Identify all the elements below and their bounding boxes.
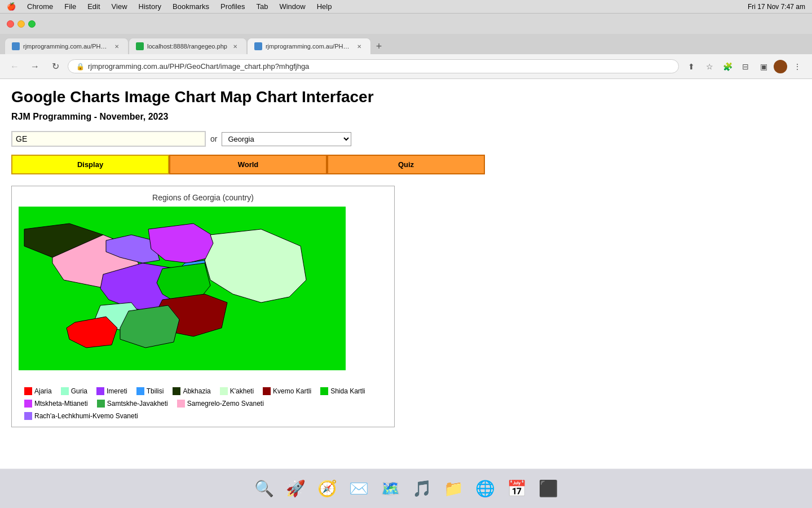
legend-color-guria <box>61 387 69 395</box>
extensions-icon[interactable]: 🧩 <box>720 59 735 75</box>
legend-kakheti: K'akheti <box>220 387 254 395</box>
map-legend: Ajaria Guria Imereti Tbilisi Abkhazia <box>19 387 387 420</box>
split-icon[interactable]: ▣ <box>756 59 771 75</box>
traffic-lights <box>7 20 36 28</box>
page-subtitle: RJM Programming - November, 2023 <box>11 112 801 122</box>
legend-label-kvemo-kartli: Kvemo Kartli <box>273 387 311 395</box>
tab-favicon-2 <box>136 42 144 50</box>
country-code-input[interactable] <box>11 131 206 147</box>
legend-label-mtskheta: Mtskheta-Mtianeti <box>34 400 88 408</box>
forward-button[interactable]: → <box>27 59 43 75</box>
tab-3[interactable]: rjmprogramming.com.au/PHP/... ✕ <box>247 38 371 54</box>
lock-icon: 🔒 <box>76 63 85 71</box>
sidebar-icon[interactable]: ⊟ <box>738 59 753 75</box>
legend-racha: Rach'a-Lechkhumi-Kvemo Svaneti <box>24 412 138 420</box>
dock-maps[interactable]: 🗺️ <box>376 475 404 503</box>
dock-mail[interactable]: ✉️ <box>345 475 373 503</box>
page-title: Google Charts Image Chart Map Chart Inte… <box>11 88 801 106</box>
profile-avatar[interactable] <box>774 60 787 73</box>
menu-chrome[interactable]: Chrome <box>27 2 53 11</box>
legend-label-imereti: Imereti <box>107 387 127 395</box>
button-row: Display World Quiz <box>11 155 801 174</box>
tab-favicon-1 <box>12 42 20 50</box>
reload-button[interactable]: ↻ <box>47 59 63 75</box>
legend-label-kakheti: K'akheti <box>230 387 254 395</box>
menu-edit[interactable]: Edit <box>87 2 100 11</box>
svg-marker-11 <box>120 305 179 348</box>
legend-kvemo-kartli: Kvemo Kartli <box>263 387 311 395</box>
menu-profiles[interactable]: Profiles <box>220 2 245 11</box>
menu-tab[interactable]: Tab <box>256 2 268 11</box>
dock-safari[interactable]: 🧭 <box>313 475 341 503</box>
input-row: or Georgia <box>11 131 801 147</box>
legend-color-kakheti <box>220 387 228 395</box>
legend-color-racha <box>24 412 32 420</box>
legend-color-samegrelo <box>177 400 185 408</box>
url-bar[interactable]: 🔒 rjmprogramming.com.au/PHP/GeoChart/ima… <box>68 59 679 73</box>
map-title: Regions of Georgia (country) <box>19 193 387 202</box>
legend-guria: Guria <box>61 387 87 395</box>
legend-tbilisi: Tbilisi <box>136 387 164 395</box>
legend-ajaria: Ajaria <box>24 387 52 395</box>
apple-menu[interactable]: 🍎 <box>7 2 16 11</box>
close-button[interactable] <box>7 20 14 28</box>
legend-samtskhe: Samtskhe-Javakheti <box>97 400 168 408</box>
share-icon[interactable]: ⬆ <box>683 59 699 75</box>
dock-filezilla[interactable]: 📁 <box>439 475 467 503</box>
legend-label-ajaria: Ajaria <box>34 387 52 395</box>
legend-label-samtskhe: Samtskhe-Javakheti <box>107 400 168 408</box>
legend-color-samtskhe <box>97 400 105 408</box>
dock-finder[interactable]: 🔍 <box>250 475 278 503</box>
more-menu-icon[interactable]: ⋮ <box>789 59 805 75</box>
dock-chrome[interactable]: 🌐 <box>471 475 499 503</box>
tab-close-3[interactable]: ✕ <box>355 42 364 51</box>
legend-color-mtskheta <box>24 400 32 408</box>
legend-shida-kartli: Shida Kartli <box>320 387 365 395</box>
legend-color-abkhazia <box>173 387 180 395</box>
new-tab-button[interactable]: + <box>371 38 387 54</box>
tab-close-2[interactable]: ✕ <box>231 42 240 51</box>
tab-title-2: localhost:8888/rangegeo.php <box>147 43 227 50</box>
legend-label-racha: Rach'a-Lechkhumi-Kvemo Svaneti <box>34 412 138 420</box>
minimize-button[interactable] <box>17 20 25 28</box>
page-content: Google Charts Image Chart Map Chart Inte… <box>0 79 812 508</box>
legend-color-ajaria <box>24 387 32 395</box>
menu-help[interactable]: Help <box>317 2 332 11</box>
menu-view[interactable]: View <box>112 2 127 11</box>
legend-label-shida-kartli: Shida Kartli <box>330 387 365 395</box>
quiz-button[interactable]: Quiz <box>327 155 485 174</box>
maximize-button[interactable] <box>28 20 36 28</box>
legend-color-kvemo-kartli <box>263 387 271 395</box>
dock-terminal[interactable]: ⬛ <box>534 475 562 503</box>
url-text: rjmprogramming.com.au/PHP/GeoChart/image… <box>88 62 670 71</box>
dock-music[interactable]: 🎵 <box>408 475 436 503</box>
world-button[interactable]: World <box>169 155 327 174</box>
country-select[interactable]: Georgia <box>222 132 351 146</box>
legend-label-tbilisi: Tbilisi <box>147 387 164 395</box>
display-button[interactable]: Display <box>11 155 169 174</box>
tab-close-1[interactable]: ✕ <box>112 42 121 51</box>
legend-color-shida-kartli <box>320 387 328 395</box>
dock-calendar[interactable]: 📅 <box>502 475 531 503</box>
or-label: or <box>210 134 217 143</box>
browser-window: rjmprogramming.com.au/PHP/... ✕ localhos… <box>0 14 812 508</box>
tabs-bar: rjmprogramming.com.au/PHP/... ✕ localhos… <box>0 34 812 54</box>
legend-label-abkhazia: Abkhazia <box>183 387 210 395</box>
address-bar: ← → ↻ 🔒 rjmprogramming.com.au/PHP/GeoCha… <box>0 54 812 79</box>
bookmark-icon[interactable]: ☆ <box>701 59 717 75</box>
title-bar-left <box>7 20 36 28</box>
dock-launchpad[interactable]: 🚀 <box>281 475 310 503</box>
menu-history[interactable]: History <box>139 2 161 11</box>
dock: 🔍 🚀 🧭 ✉️ 🗺️ 🎵 📁 🌐 📅 ⬛ <box>0 468 812 508</box>
menu-window[interactable]: Window <box>279 2 305 11</box>
toolbar-icons: ⬆ ☆ 🧩 ⊟ ▣ ⋮ <box>683 59 805 75</box>
menu-bookmarks[interactable]: Bookmarks <box>173 2 209 11</box>
legend-label-samegrelo: Samegrelo-Zemo Svaneti <box>187 400 264 408</box>
tab-favicon-3 <box>254 42 262 50</box>
menu-file[interactable]: File <box>64 2 76 11</box>
menubar-right: Fri 17 Nov 7:47 am <box>748 3 805 11</box>
legend-mtskheta: Mtskheta-Mtianeti <box>24 400 88 408</box>
back-button[interactable]: ← <box>7 59 23 75</box>
tab-1[interactable]: rjmprogramming.com.au/PHP/... ✕ <box>5 38 129 54</box>
tab-2[interactable]: localhost:8888/rangegeo.php ✕ <box>129 38 247 54</box>
